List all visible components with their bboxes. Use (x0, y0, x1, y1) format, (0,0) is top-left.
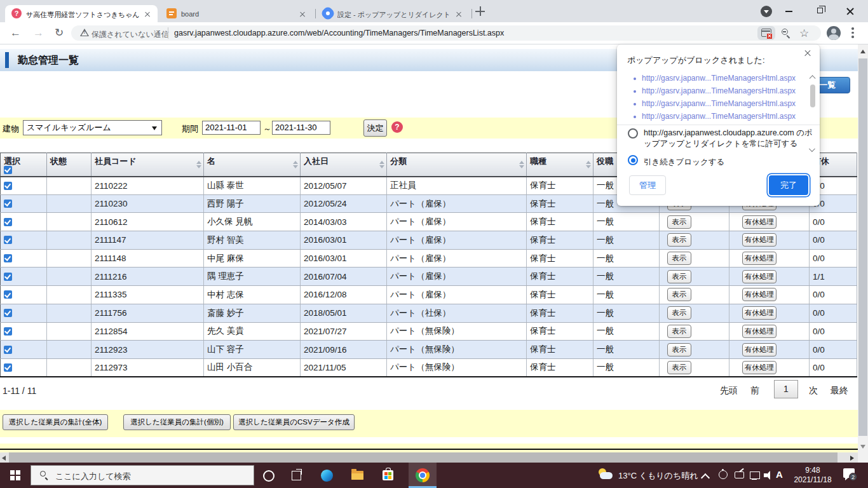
not-secure-icon[interactable] (80, 29, 89, 36)
row-checkbox[interactable] (4, 273, 12, 281)
pagination-first[interactable]: 先頭 (720, 385, 738, 396)
blocked-url-item[interactable]: http://gasrv.japanw...TimeManagersHtml.a… (634, 111, 804, 123)
block-radio-label[interactable]: 引き続きブロックする (644, 157, 724, 168)
column-header[interactable]: 入社日 (301, 153, 387, 177)
pagination-prev[interactable]: 前 (750, 385, 759, 396)
hscroll-thumb[interactable] (9, 452, 837, 463)
pagination-last[interactable]: 最終 (831, 385, 848, 396)
row-checkbox[interactable] (4, 254, 12, 262)
new-tab-button[interactable] (475, 6, 485, 17)
window-restore-button[interactable] (817, 8, 823, 13)
browser-menu-icon[interactable] (851, 27, 854, 39)
back-button[interactable]: ← (10, 26, 21, 40)
leave-process-button[interactable]: 有休処理 (742, 233, 776, 247)
leave-process-button[interactable]: 有休処理 (742, 361, 776, 374)
blocked-url-item[interactable]: http://gasrv.japanw...TimeManagersHtml.a… (634, 85, 804, 98)
date-to-input[interactable]: 2021-11-30 (272, 121, 330, 135)
start-button[interactable] (0, 463, 31, 488)
tray-network-icon[interactable] (749, 469, 761, 482)
column-header[interactable]: 職種 (527, 153, 593, 177)
show-button[interactable]: 表示 (667, 270, 691, 283)
row-checkbox[interactable] (4, 218, 12, 226)
window-minimize-button[interactable] (785, 11, 792, 12)
list-scroll-up-icon[interactable] (810, 75, 815, 80)
cortana-icon[interactable] (254, 463, 282, 488)
allow-radio[interactable] (628, 128, 638, 139)
manage-button[interactable]: 管理 (629, 175, 666, 195)
csv-create-button[interactable]: 選択した従業員のCSVデータ作成 (233, 414, 355, 430)
security-label[interactable]: 保護されていない通信 (92, 29, 169, 40)
task-view-icon[interactable] (282, 463, 310, 488)
list-scroll-thumb[interactable] (810, 85, 815, 107)
window-close-button[interactable] (846, 7, 855, 16)
vscroll-up-arrow[interactable] (860, 50, 865, 53)
show-button[interactable]: 表示 (667, 361, 691, 374)
row-checkbox[interactable] (4, 363, 12, 372)
bookmark-star-icon[interactable]: ☆ (799, 27, 809, 40)
show-button[interactable]: 表示 (667, 288, 691, 301)
show-button[interactable]: 表示 (667, 252, 691, 265)
show-button[interactable]: 表示 (667, 325, 691, 338)
leave-process-button[interactable]: 有休処理 (742, 288, 776, 301)
building-select[interactable]: スマイルキッズルーム (23, 120, 162, 135)
show-button[interactable]: 表示 (667, 215, 691, 229)
row-checkbox[interactable] (4, 200, 12, 208)
vertical-scrollbar[interactable] (858, 44, 868, 463)
allow-radio-label[interactable]: http://gasrv.japanwest.cloudapp.azure.co… (644, 128, 818, 149)
tray-volume-icon[interactable] (763, 469, 775, 482)
leave-process-button[interactable]: 有休処理 (742, 215, 776, 229)
leave-process-button[interactable]: 有休処理 (742, 252, 776, 265)
edge-icon[interactable] (313, 463, 341, 488)
date-from-input[interactable]: 2021-11-01 (202, 121, 261, 135)
ime-indicator[interactable]: A (776, 469, 783, 480)
tab-app[interactable]: ? サ高住専用経営ソフトさつきちゃん (5, 5, 158, 22)
vscroll-down-arrow[interactable] (860, 445, 865, 449)
url-text[interactable]: gasrv.japanwest.cloudapp.azure.com/web/A… (174, 29, 504, 37)
column-header[interactable]: 社員コード (92, 153, 204, 177)
row-checkbox[interactable] (4, 290, 12, 299)
tray-circle-icon[interactable] (717, 469, 729, 482)
leave-process-button[interactable]: 有休処理 (742, 343, 776, 356)
tab-close-icon[interactable] (454, 10, 463, 18)
aggregate-all-button[interactable]: 選択した従業員の集計(全体) (3, 414, 108, 430)
popup-close-icon[interactable] (803, 49, 812, 58)
tab-board[interactable]: board (160, 5, 313, 22)
zoom-icon[interactable] (782, 29, 788, 35)
tray-pen-icon[interactable] (733, 469, 746, 482)
pagination-next[interactable]: 次 (809, 385, 818, 396)
pagination-page-button[interactable]: 1 (774, 380, 798, 398)
row-checkbox[interactable] (4, 327, 12, 336)
tab-close-icon[interactable] (143, 10, 152, 18)
horizontal-scrollbar[interactable] (0, 452, 858, 463)
leave-process-button[interactable]: 有休処理 (742, 270, 776, 283)
reload-button[interactable]: ↻ (55, 26, 64, 40)
show-button[interactable]: 表示 (667, 306, 691, 320)
chrome-icon[interactable] (409, 463, 437, 488)
weather-text[interactable]: 13°C くもりのち晴れ (618, 470, 698, 482)
file-explorer-icon[interactable] (343, 463, 371, 488)
media-controls-icon[interactable] (761, 6, 772, 17)
hscroll-left-arrow[interactable] (2, 456, 6, 461)
aggregate-individual-button[interactable]: 選択した従業員の集計(個別) (123, 414, 231, 430)
submit-button[interactable]: 決定 (363, 119, 387, 137)
row-checkbox[interactable] (4, 309, 12, 317)
tab-settings[interactable]: 設定 - ポップアップとリダイレクト (316, 5, 469, 22)
profile-avatar[interactable] (827, 26, 841, 40)
tray-expand-icon[interactable] (702, 473, 709, 480)
column-header[interactable]: 分類 (387, 153, 527, 177)
blocked-url-item[interactable]: http://gasrv.japanw...TimeManagersHtml.a… (634, 72, 804, 85)
hscroll-right-arrow[interactable] (850, 456, 854, 461)
taskbar-search-box[interactable]: ここに入力して検索 (31, 465, 254, 485)
show-button[interactable]: 表示 (667, 233, 691, 247)
taskbar-clock[interactable]: 9:482021/11/18 (792, 466, 834, 485)
blocked-url-item[interactable]: http://gasrv.japanw...TimeManagersHtml.a… (634, 98, 804, 111)
show-button[interactable]: 表示 (667, 343, 691, 356)
weather-icon[interactable] (598, 466, 614, 483)
tab-close-icon[interactable] (298, 10, 307, 18)
store-icon[interactable] (374, 463, 402, 488)
block-radio[interactable] (628, 155, 638, 165)
help-icon[interactable]: ? (391, 121, 403, 133)
forward-button[interactable]: → (33, 26, 44, 40)
select-all-checkbox[interactable] (4, 166, 12, 174)
leave-process-button[interactable]: 有休処理 (742, 325, 776, 338)
